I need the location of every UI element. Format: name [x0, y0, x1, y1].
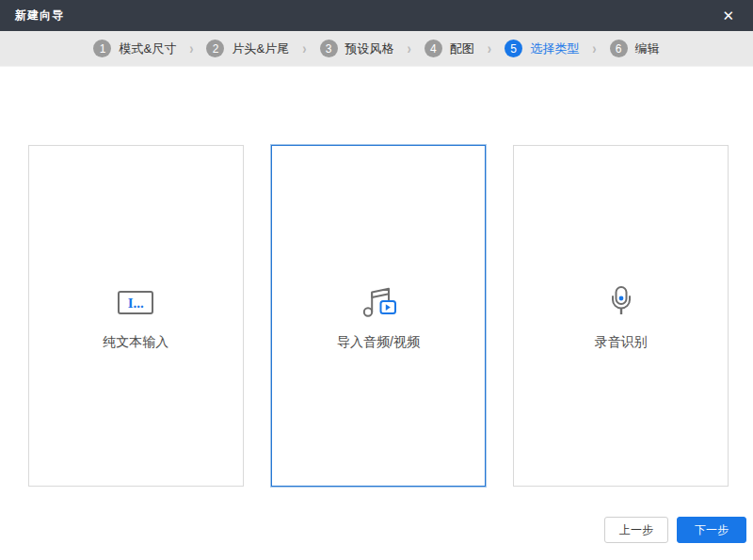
audio-video-icon	[359, 281, 398, 325]
step-bar: 1 模式&尺寸 › 2 片头&片尾 › 3 预设风格 › 4 配图 › 5 选择…	[0, 31, 753, 67]
microphone-icon	[604, 281, 638, 325]
step-2-label: 片头&片尾	[232, 40, 289, 57]
step-3-label: 预设风格	[345, 40, 394, 57]
card-import-audio-video-label: 导入音频/视频	[337, 334, 420, 351]
step-1-mode-size[interactable]: 1 模式&尺寸	[93, 40, 176, 57]
step-4-circle: 4	[425, 40, 442, 57]
step-3-circle: 3	[320, 40, 338, 57]
step-3-preset-style[interactable]: 3 预设风格	[320, 40, 394, 57]
text-input-icon: I...	[118, 281, 153, 325]
chevron-right-icon: ›	[488, 40, 491, 57]
chevron-right-icon: ›	[408, 40, 411, 57]
step-5-label: 选择类型	[530, 40, 579, 57]
title-bar: 新建向导 ✕	[0, 0, 753, 31]
microphone-glyph	[604, 284, 638, 322]
step-4-images[interactable]: 4 配图	[425, 40, 474, 57]
music-note-video-icon	[359, 285, 398, 321]
card-plain-text-input[interactable]: I... 纯文本输入	[28, 145, 244, 487]
wizard-footer: 上一步 下一步	[604, 517, 746, 543]
step-6-edit[interactable]: 6 编辑	[610, 40, 660, 57]
step-5-select-type[interactable]: 5 选择类型	[505, 40, 579, 57]
step-2-intro-outro[interactable]: 2 片头&片尾	[206, 40, 289, 57]
card-voice-recognition-label: 录音识别	[595, 334, 648, 351]
window-title: 新建向导	[15, 8, 64, 24]
step-1-circle: 1	[93, 40, 111, 57]
step-5-circle: 5	[505, 40, 522, 57]
previous-step-button[interactable]: 上一步	[604, 517, 668, 543]
card-grid: I... 纯文本输入 导入音频/视频 录音识别	[28, 145, 729, 487]
text-input-icon-frame: I...	[118, 291, 153, 314]
text-cursor-glyph: I...	[128, 295, 144, 312]
card-plain-text-label: 纯文本输入	[103, 334, 168, 351]
card-import-audio-video[interactable]: 导入音频/视频	[271, 145, 487, 487]
step-6-label: 编辑	[635, 40, 660, 57]
chevron-right-icon: ›	[189, 40, 193, 57]
step-6-circle: 6	[610, 40, 628, 57]
step-1-label: 模式&尺寸	[119, 40, 176, 57]
close-icon[interactable]: ✕	[718, 7, 738, 24]
chevron-right-icon: ›	[592, 40, 596, 57]
card-voice-recognition[interactable]: 录音识别	[513, 145, 729, 487]
step-2-circle: 2	[206, 40, 224, 57]
chevron-right-icon: ›	[302, 40, 306, 57]
next-step-button[interactable]: 下一步	[677, 517, 746, 543]
step-4-label: 配图	[450, 40, 474, 57]
